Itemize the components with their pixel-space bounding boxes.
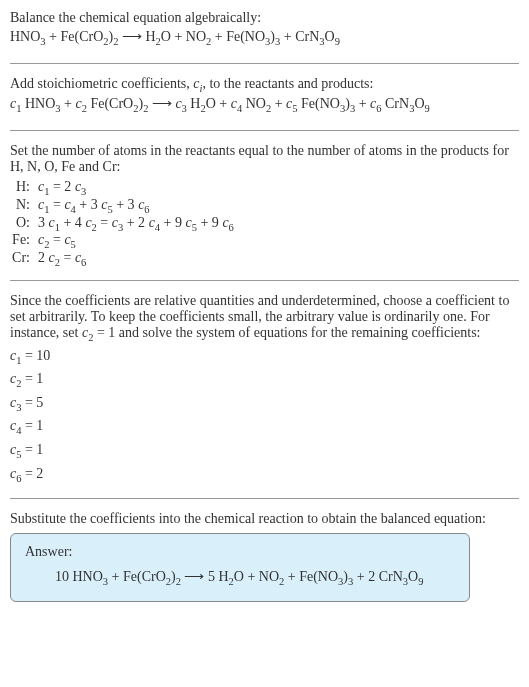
answer-box: Answer: 10 HNO3 + Fe(CrO2)2 ⟶ 5 H2O + NO… <box>10 533 470 602</box>
stoich-text: Add stoichiometric coefficients, ci, to … <box>10 76 519 94</box>
t: + 4 <box>60 215 85 230</box>
atom-label: Cr: <box>10 250 38 268</box>
coeff-c1: c1 = 10 <box>10 345 519 369</box>
t: + Fe(NO <box>284 569 338 584</box>
divider <box>10 280 519 281</box>
t: ⟶ 5 H <box>181 569 229 584</box>
coeffs-list: c1 = 10 c2 = 1 c3 = 5 c4 = 1 c5 = 1 c6 =… <box>10 345 519 486</box>
eq-text: + Fe(NO <box>211 29 265 44</box>
t: = 2 <box>21 466 43 481</box>
t: + 9 <box>160 215 185 230</box>
t: + 2 CrN <box>353 569 403 584</box>
atom-label: O: <box>10 215 38 233</box>
answer-equation: 10 HNO3 + Fe(CrO2)2 ⟶ 5 H2O + NO2 + Fe(N… <box>25 566 455 591</box>
atom-eq: 3 c1 + 4 c2 = c3 + 2 c4 + 9 c5 + 9 c6 <box>38 215 234 233</box>
t: = 1 <box>21 371 43 386</box>
coeff-c5: c5 = 1 <box>10 439 519 463</box>
t: = <box>60 250 75 265</box>
atom-row-o: O: 3 c1 + 4 c2 = c3 + 2 c4 + 9 c5 + 9 c6 <box>10 215 234 233</box>
t: = 1 <box>21 442 43 457</box>
t: HNO <box>21 96 55 111</box>
t: 10 HNO <box>55 569 103 584</box>
t: ⟶ <box>148 96 175 111</box>
atom-eq: 2 c2 = c6 <box>38 250 234 268</box>
t: = 1 and solve the system of equations fo… <box>93 325 480 340</box>
atom-eq: c1 = c4 + 3 c5 + 3 c6 <box>38 197 234 215</box>
coeff-c6: c6 = 2 <box>10 463 519 487</box>
subst-section: Substitute the coefficients into the che… <box>10 511 519 602</box>
atom-row-h: H: c1 = 2 c3 <box>10 179 234 197</box>
atom-label: H: <box>10 179 38 197</box>
sub: 6 <box>81 257 86 268</box>
t: NO <box>242 96 266 111</box>
eq-text: ⟶ H <box>118 29 155 44</box>
atom-row-n: N: c1 = c4 + 3 c5 + 3 c6 <box>10 197 234 215</box>
answer-label: Answer: <box>25 544 455 560</box>
eq-text: O <box>325 29 335 44</box>
t: + Fe(CrO <box>108 569 166 584</box>
t: = <box>49 232 64 247</box>
sub: 9 <box>335 36 340 47</box>
text: Add stoichiometric coefficients, <box>10 76 193 91</box>
t: Fe(CrO <box>87 96 133 111</box>
t: + <box>271 96 286 111</box>
t: + 2 <box>123 215 148 230</box>
coeff-c2: c2 = 1 <box>10 368 519 392</box>
eq-text: HNO <box>10 29 40 44</box>
atom-eq: c1 = 2 c3 <box>38 179 234 197</box>
atom-row-fe: Fe: c2 = c5 <box>10 232 234 250</box>
t: O + NO <box>234 569 279 584</box>
t: O + <box>206 96 231 111</box>
sub: 3 <box>81 186 86 197</box>
t: = 1 <box>21 418 43 433</box>
stoich-section: Add stoichiometric coefficients, ci, to … <box>10 76 519 118</box>
eq-text: O + NO <box>161 29 206 44</box>
t: + <box>355 96 370 111</box>
coeff-c3: c3 = 5 <box>10 392 519 416</box>
t: + <box>61 96 76 111</box>
subst-text: Substitute the coefficients into the che… <box>10 511 519 527</box>
t: = 5 <box>21 395 43 410</box>
setnum-section: Set the number of atoms in the reactants… <box>10 143 519 268</box>
divider <box>10 130 519 131</box>
t: + 9 <box>197 215 222 230</box>
stoich-equation: c1 HNO3 + c2 Fe(CrO2)2 ⟶ c3 H2O + c4 NO2… <box>10 93 519 118</box>
sub: 9 <box>418 576 423 587</box>
text: , to the reactants and products: <box>202 76 373 91</box>
t: Fe(NO <box>298 96 340 111</box>
t: + 3 <box>113 197 138 212</box>
intro-text: Balance the chemical equation algebraica… <box>10 10 519 26</box>
atoms-table: H: c1 = 2 c3 N: c1 = c4 + 3 c5 + 3 c6 O:… <box>10 179 234 268</box>
t: + 3 <box>76 197 101 212</box>
sub: 6 <box>229 221 234 232</box>
atom-eq: c2 = c5 <box>38 232 234 250</box>
eq-text: + Fe(CrO <box>46 29 104 44</box>
sub: 5 <box>71 239 76 250</box>
since-section: Since the coefficients are relative quan… <box>10 293 519 486</box>
eq-text: + CrN <box>280 29 319 44</box>
t: H <box>187 96 201 111</box>
sub: 6 <box>144 204 149 215</box>
divider <box>10 63 519 64</box>
sub: 9 <box>425 103 430 114</box>
t: = <box>97 215 112 230</box>
t: 3 <box>38 215 49 230</box>
t: = 2 <box>49 179 74 194</box>
atom-row-cr: Cr: 2 c2 = c6 <box>10 250 234 268</box>
setnum-text: Set the number of atoms in the reactants… <box>10 143 519 175</box>
t: = 10 <box>21 348 50 363</box>
coeff-c4: c4 = 1 <box>10 415 519 439</box>
since-text: Since the coefficients are relative quan… <box>10 293 519 343</box>
intro-section: Balance the chemical equation algebraica… <box>10 10 519 51</box>
t: O <box>408 569 418 584</box>
intro-equation: HNO3 + Fe(CrO2)2 ⟶ H2O + NO2 + Fe(NO3)3 … <box>10 26 519 51</box>
atom-label: N: <box>10 197 38 215</box>
t: CrN <box>382 96 410 111</box>
divider <box>10 498 519 499</box>
atom-label: Fe: <box>10 232 38 250</box>
t: O <box>414 96 424 111</box>
t: 2 <box>38 250 49 265</box>
t: = <box>49 197 64 212</box>
